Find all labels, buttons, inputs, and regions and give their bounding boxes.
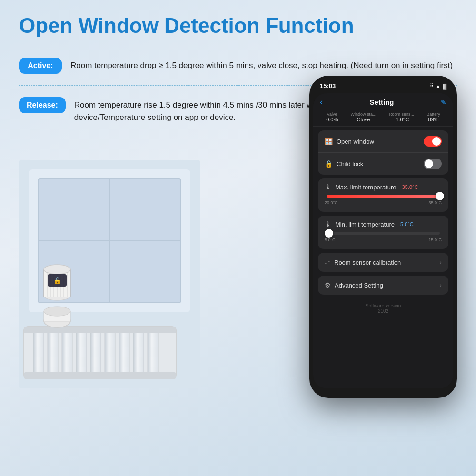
svg-text:🔒: 🔒 [53,277,62,285]
window-lock-section: 🪟 Open window 🔒 [318,130,448,175]
window-status: Window sta... Close [351,112,377,122]
radiator-illustration: 🔒 [19,160,200,388]
phone-screen: ‹ Setting ✎ Valve 0.0% Window sta... [313,93,453,388]
gear-icon: ⚙ [325,281,331,289]
valve-label: Valve [326,112,338,117]
thermometer-min-icon: 🌡 [325,220,331,228]
room-sensor-label: Room sens... [389,112,414,117]
active-badge: Active: [19,58,62,74]
open-window-toggle[interactable] [424,136,442,147]
advanced-section: ⚙ Advanced Setting › [318,276,448,295]
battery-value: 89% [426,117,440,122]
valve-status: Valve 0.0% [326,112,338,122]
room-sensor-section: ⇌ Room sensor calibration › [318,253,448,272]
app-header: ‹ Setting ✎ Valve 0.0% Window sta... [313,93,453,127]
open-window-left: 🪟 Open window [325,138,374,145]
signal-icon: ⠿ [430,83,434,89]
slider-fill-max [327,195,440,198]
wifi-icon: ▲ [436,83,441,89]
room-sensor-status: Room sens... -1.0°C [389,112,414,122]
window-label: Window sta... [351,112,377,117]
child-lock-toggle[interactable] [424,159,442,169]
toggle-knob-child [425,159,433,168]
page-title: Open Window Detection Function [19,14,457,37]
page-container: Open Window Detection Function Active: R… [0,0,476,476]
max-temp-section: 🌡 Max. limit temperature 35.0°C [318,178,448,212]
svg-rect-16 [24,372,176,379]
min-temp-section: 🌡 Min. limit temperature 5.0°C [318,216,448,249]
max-temp-header: 🌡 Max. limit temperature 35.0°C [325,183,442,191]
max-temp-track[interactable] [327,195,440,198]
min-temp-header: 🌡 Min. limit temperature 5.0°C [325,220,442,228]
svg-point-31 [44,265,70,274]
lock-icon: 🔒 [325,160,333,168]
svg-rect-14 [148,330,158,375]
svg-rect-15 [24,327,176,333]
open-window-label: Open window [337,138,374,145]
window-icon: 🪟 [325,138,333,145]
active-description: Room temperature drop ≥ 1.5 degree withi… [70,58,453,72]
min-range-labels: 5.0°C 15.0°C [325,238,442,242]
back-button[interactable]: ‹ [320,97,323,107]
phone-body: 15:03 ⠿ ▲ ▓ ‹ Setting ✎ [309,76,457,398]
release-badge: Release: [19,97,66,113]
room-sensor-cal-label: Room sensor calibration [334,259,401,266]
software-version-label: Software version [313,303,453,308]
thermometer-max-icon: 🌡 [325,183,331,191]
child-lock-label: Child lock [337,160,363,168]
phone-status-bar: 15:03 ⠿ ▲ ▓ [313,82,453,93]
svg-rect-13 [133,330,144,375]
screen-title: Setting [370,98,394,106]
min-temp-track[interactable] [327,232,440,235]
track-bg-min [327,232,440,235]
child-lock-left: 🔒 Child lock [325,160,363,168]
svg-rect-11 [105,330,115,375]
battery-icon: ▓ [443,83,446,89]
toggle-knob [432,137,441,146]
advanced-left: ⚙ Advanced Setting [325,281,383,289]
advanced-row[interactable]: ⚙ Advanced Setting › [318,276,448,295]
svg-rect-6 [33,330,44,375]
open-window-row[interactable]: 🪟 Open window [318,130,448,153]
nav-bar: ‹ Setting ✎ [320,97,446,107]
phone-mockup: 15:03 ⠿ ▲ ▓ ‹ Setting ✎ [309,76,457,398]
sensor-icon: ⇌ [325,258,330,266]
software-version-value: 2102 [313,308,453,314]
valve-value: 0.0% [326,117,338,122]
svg-rect-7 [48,330,58,375]
svg-rect-9 [76,330,87,375]
phone-signal-icons: ⠿ ▲ ▓ [430,83,446,89]
min-temp-value: 5.0°C [400,221,414,227]
svg-rect-8 [62,330,72,375]
chevron-advanced: › [439,281,442,289]
phone-time: 15:03 [320,82,336,89]
max-range-labels: 20.0°C 35.0°C [325,200,442,205]
max-min-label: 20.0°C [325,200,338,205]
max-temp-value: 35.0°C [402,184,418,190]
window-value: Close [351,117,377,122]
chevron-room-sensor: › [439,258,442,266]
room-sensor-left: ⇌ Room sensor calibration [325,258,401,266]
svg-rect-10 [90,330,101,375]
software-version-section: Software version 2102 [313,298,453,316]
room-sensor-value: -1.0°C [389,117,414,122]
svg-point-19 [44,307,70,316]
max-max-label: 35.0°C [428,200,442,205]
min-temp-label: Min. limit temperature [335,221,395,228]
room-sensor-row[interactable]: ⇌ Room sensor calibration › [318,253,448,272]
battery-status: Battery 89% [426,112,440,122]
min-min-label: 5.0°C [325,238,336,242]
max-temp-label: Max. limit temperature [335,184,397,191]
slider-thumb-min[interactable] [325,229,333,238]
svg-rect-12 [119,330,129,375]
lower-section: 🔒 15:03 ⠿ ▲ ▓ [19,141,457,407]
min-max-label: 15.0°C [428,238,442,242]
advanced-label: Advanced Setting [335,282,383,289]
child-lock-row[interactable]: 🔒 Child lock [318,153,448,175]
min-temp-slider-section: 🌡 Min. limit temperature 5.0°C [318,216,448,249]
slider-thumb-max[interactable] [436,192,444,200]
battery-label: Battery [426,112,440,117]
max-temp-slider-section: 🌡 Max. limit temperature 35.0°C [318,178,448,212]
edit-button[interactable]: ✎ [441,99,446,106]
device-status-row: Valve 0.0% Window sta... Close Room sens… [320,110,446,123]
